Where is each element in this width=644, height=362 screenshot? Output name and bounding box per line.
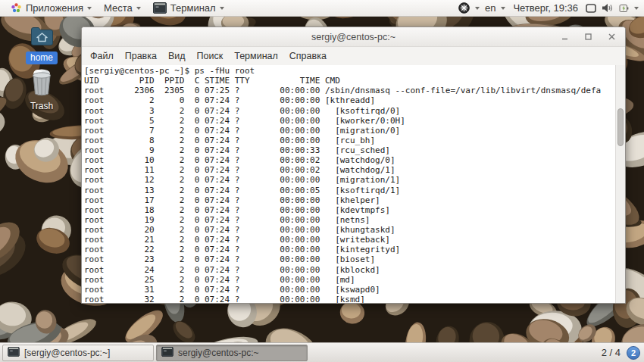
workspace-badge[interactable]: 2 <box>627 346 640 360</box>
desktop-icon-trash[interactable]: Trash <box>20 67 63 111</box>
terminal-line: root 7 2 0 07:24 ? 00:00:00 [migration/0… <box>84 126 615 136</box>
applications-menu[interactable]: Приложения <box>5 0 98 16</box>
places-menu-label: Места <box>104 2 133 14</box>
menu-view[interactable]: Вид <box>168 51 186 61</box>
desktop-icon-home[interactable]: home <box>20 26 63 64</box>
terminal-scrollbar[interactable] <box>615 65 625 303</box>
terminal-line: root 5 2 0 07:24 ? 00:00:00 [kworker/0:0… <box>84 116 615 126</box>
terminal-output[interactable]: [sergiy@centos-pc ~]$ ps -fHu rootUID PI… <box>82 65 615 303</box>
window-titlebar[interactable]: sergiy@centos-pc:~ <box>82 27 625 47</box>
terminal-icon <box>153 2 167 14</box>
terminal-line: root 11 2 0 07:24 ? 00:00:02 [watchdog/1… <box>84 165 615 175</box>
chevron-down-icon[interactable] <box>634 7 639 10</box>
terminal-app-menu-label: Терминал <box>170 2 216 14</box>
terminal-line: root 13 2 0 07:24 ? 00:00:05 [ksoftirqd/… <box>84 186 615 195</box>
volume-icon[interactable] <box>602 3 614 13</box>
close-button[interactable] <box>607 33 616 42</box>
menu-file[interactable]: Файл <box>90 51 114 61</box>
menu-help[interactable]: Справка <box>289 51 327 61</box>
terminal-line: root 3 2 0 07:24 ? 00:00:00 [ksoftirqd/0… <box>84 106 615 116</box>
terminal-line: root 22 2 0 07:24 ? 00:00:00 [kintegrity… <box>84 245 615 254</box>
scrollbar-thumb[interactable] <box>617 108 624 146</box>
taskbar-item-minimized[interactable]: [sergiy@centos-pc:~] <box>2 345 154 361</box>
battery-icon[interactable] <box>619 4 629 13</box>
bottom-panel: [sergiy@centos-pc:~] sergiy@centos-pc:~ … <box>0 342 644 362</box>
chevron-down-icon <box>220 7 224 10</box>
menu-edit[interactable]: Правка <box>125 51 157 61</box>
terminal-icon <box>161 347 174 359</box>
terminal-app-menu[interactable]: Терминал <box>147 0 230 16</box>
clock[interactable]: Четверг, 19:36 <box>511 2 580 14</box>
terminal-line: root 12 2 0 07:24 ? 00:00:00 [migration/… <box>84 175 615 185</box>
terminal-line: root 32 2 0 07:24 ? 00:00:00 [ksmd] <box>84 295 615 303</box>
terminal-line: root 21 2 0 07:24 ? 00:00:00 [writeback] <box>84 235 615 245</box>
maximize-button[interactable] <box>583 33 592 42</box>
terminal-line: root 8 2 0 07:24 ? 00:00:00 [rcu_bh] <box>84 136 615 145</box>
terminal-line: root 17 2 0 07:24 ? 00:00:00 [khelper] <box>84 195 615 205</box>
chevron-down-icon <box>136 7 141 10</box>
terminal-line: root 24 2 0 07:24 ? 00:00:00 [kblockd] <box>84 265 615 275</box>
terminal-line: root 31 2 0 07:24 ? 00:00:00 [kswapd0] <box>84 285 615 295</box>
terminal-menubar: Файл Правка Вид Поиск Терминал Справка <box>82 47 625 65</box>
home-folder-icon <box>30 26 54 49</box>
terminal-line: root 2306 2305 0 07:25 ? 00:00:00 /sbin/… <box>84 86 615 95</box>
menu-terminal[interactable]: Терминал <box>234 51 278 61</box>
terminal-line: root 25 2 0 07:24 ? 00:00:00 [md] <box>84 275 615 285</box>
terminal-line: [sergiy@centos-pc ~]$ ps -fHu root <box>84 66 615 76</box>
applications-icon <box>11 2 22 14</box>
taskbar-item-active[interactable]: sergiy@centos-pc:~ <box>156 345 308 361</box>
trash-icon <box>28 67 55 99</box>
terminal-line: root 9 2 0 07:24 ? 00:00:33 [rcu_sched] <box>84 145 615 155</box>
taskbar-item-label: sergiy@centos-pc:~ <box>178 348 259 358</box>
minimize-button[interactable] <box>560 33 569 42</box>
window-title: sergiy@centos-pc:~ <box>311 32 395 42</box>
display-icon[interactable] <box>586 4 596 13</box>
terminal-line: root 10 2 0 07:24 ? 00:00:02 [watchdog/0… <box>84 155 615 165</box>
status-indicator-icon[interactable] <box>458 2 470 14</box>
language-indicator[interactable]: en <box>485 2 496 14</box>
terminal-line: root 2 0 0 07:24 ? 00:00:00 [kthreadd] <box>84 95 615 105</box>
places-menu[interactable]: Места <box>98 0 147 16</box>
terminal-line: UID PID PPID C STIME TTY TIME CMD <box>84 76 615 86</box>
chevron-down-icon <box>87 7 92 10</box>
terminal-line: root 18 2 0 07:24 ? 00:00:00 [kdevtmpfs] <box>84 205 615 215</box>
terminal-window: sergiy@centos-pc:~ Файл Правка Вид Поиск… <box>81 27 626 304</box>
terminal-line: root 19 2 0 07:24 ? 00:00:00 [netns] <box>84 215 615 225</box>
desktop-icon-home-label: home <box>26 51 58 64</box>
taskbar-item-label: [sergiy@centos-pc:~] <box>24 348 110 358</box>
chevron-down-icon[interactable] <box>475 7 480 10</box>
chevron-down-icon[interactable] <box>501 7 505 10</box>
applications-menu-label: Приложения <box>26 2 83 14</box>
terminal-icon <box>8 347 20 359</box>
workspace-indicator-text: 2 / 4 <box>602 347 621 358</box>
desktop-icon-trash-label: Trash <box>30 101 53 111</box>
terminal-line: root 23 2 0 07:24 ? 00:00:00 [bioset] <box>84 254 615 264</box>
terminal-line: root 20 2 0 07:24 ? 00:00:00 [khungtaskd… <box>84 225 615 235</box>
menu-search[interactable]: Поиск <box>197 51 224 61</box>
top-panel: Приложения Места Терминал <box>0 0 644 17</box>
